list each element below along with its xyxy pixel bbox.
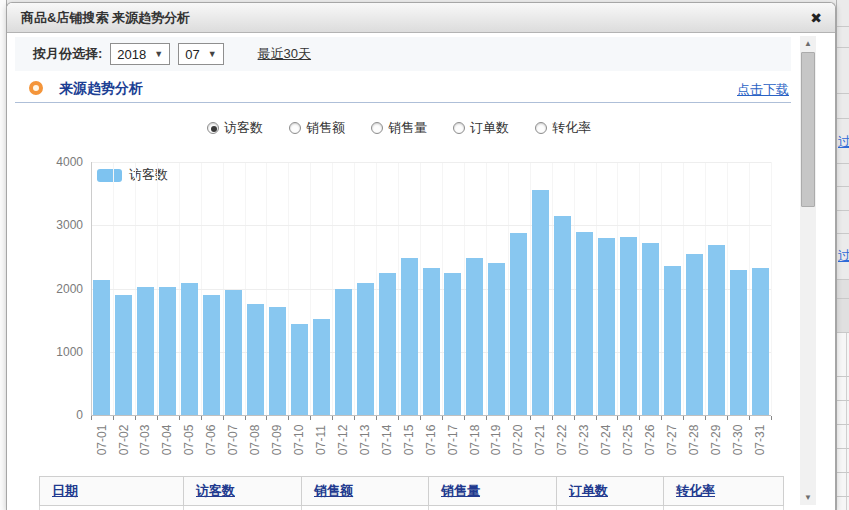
metric-radio-label: 订单数	[470, 119, 509, 137]
table-header-link[interactable]: 转化率	[676, 483, 715, 498]
bar-07-12[interactable]	[335, 289, 352, 416]
bar-07-10[interactable]	[291, 324, 308, 415]
scrollbar-thumb[interactable]	[801, 52, 815, 207]
background-grid-hline	[837, 93, 849, 94]
scroll-down-icon[interactable]: ▼	[800, 490, 816, 505]
bar-07-03[interactable]	[137, 287, 154, 415]
bar-07-11[interactable]	[313, 319, 330, 415]
x-axis-tick	[661, 416, 662, 420]
bar-07-20[interactable]	[510, 233, 527, 415]
x-axis-tick-text: 07-21	[534, 425, 548, 456]
chart-gridline	[91, 289, 771, 290]
y-axis-tick-label: 4000	[43, 155, 83, 169]
x-axis-tick-text: 07-29	[709, 425, 723, 456]
table-header-link[interactable]: 日期	[52, 483, 78, 498]
x-axis-tick	[245, 416, 246, 420]
chart-legend[interactable]: 访客数	[97, 166, 168, 184]
background-link-fragment: 过	[838, 247, 849, 265]
x-axis-tick	[727, 416, 728, 420]
vertical-scrollbar[interactable]: ▲ ▼	[800, 36, 816, 505]
bar-07-23[interactable]	[576, 232, 593, 415]
radio-selected-icon[interactable]	[207, 122, 219, 134]
chart-split-line	[486, 162, 487, 415]
table-header-link[interactable]: 订单数	[569, 483, 608, 498]
metric-radio-4[interactable]: 转化率	[535, 119, 591, 137]
x-axis-tick	[552, 416, 553, 420]
download-link[interactable]: 点击下载	[737, 81, 789, 99]
bar-07-08[interactable]	[247, 304, 264, 415]
background-grid-hline	[837, 233, 849, 234]
bar-07-14[interactable]	[379, 273, 396, 415]
bar-07-06[interactable]	[203, 295, 220, 415]
x-axis-tick	[310, 416, 311, 420]
close-icon[interactable]: ✖	[807, 9, 825, 27]
bar-07-21[interactable]	[532, 190, 549, 415]
table-header-link[interactable]: 销售额	[314, 483, 353, 498]
chart-gridline	[91, 162, 771, 163]
section-header: 来源趋势分析 点击下载	[15, 77, 791, 103]
month-select-value: 07	[185, 47, 199, 62]
x-axis-tick	[530, 416, 531, 420]
bar-07-04[interactable]	[159, 287, 176, 415]
bar-07-09[interactable]	[269, 307, 286, 415]
recent-30-days-link[interactable]: 最近30天	[258, 45, 311, 63]
x-axis-tick-label: 07-23	[565, 420, 605, 460]
bar-07-28[interactable]	[686, 254, 703, 415]
scroll-up-icon[interactable]: ▲	[800, 36, 816, 51]
x-axis-tick	[486, 416, 487, 420]
x-axis-tick	[442, 416, 443, 420]
x-axis-tick-text: 07-09	[270, 425, 284, 456]
metric-radio-1[interactable]: 销售额	[289, 119, 345, 137]
x-axis-tick	[596, 416, 597, 420]
radio-unselected-icon[interactable]	[453, 122, 465, 134]
bar-07-17[interactable]	[444, 273, 461, 415]
chart-split-line	[464, 162, 465, 415]
bar-07-05[interactable]	[181, 283, 198, 415]
bar-07-13[interactable]	[357, 283, 374, 415]
bar-07-25[interactable]	[620, 237, 637, 415]
bar-07-31[interactable]	[752, 268, 769, 415]
bar-07-27[interactable]	[664, 266, 681, 415]
bar-07-01[interactable]	[93, 280, 110, 415]
chevron-down-icon: ▼	[154, 49, 163, 59]
background-page-right-edge: 过 过	[836, 0, 849, 510]
bar-07-15[interactable]	[401, 258, 418, 415]
metric-radio-2[interactable]: 销售量	[371, 119, 427, 137]
chart-split-line	[245, 162, 246, 415]
bar-07-02[interactable]	[115, 295, 132, 415]
bar-07-19[interactable]	[488, 263, 505, 415]
x-axis-tick-text: 07-11	[314, 425, 328, 455]
bar-07-07[interactable]	[225, 290, 242, 415]
x-axis-tick-text: 07-22	[556, 425, 570, 456]
metric-radio-0[interactable]: 访客数	[207, 119, 263, 137]
radio-unselected-icon[interactable]	[289, 122, 301, 134]
bar-07-30[interactable]	[730, 270, 747, 415]
bar-07-29[interactable]	[708, 245, 725, 415]
dialog-titlebar[interactable]: 商品&店铺搜索 来源趋势分析 ✖	[7, 3, 835, 33]
metric-radio-3[interactable]: 订单数	[453, 119, 509, 137]
bar-07-22[interactable]	[554, 216, 571, 415]
table-header-link[interactable]: 销售量	[441, 483, 480, 498]
table-header-link[interactable]: 访客数	[196, 483, 235, 498]
bar-07-16[interactable]	[423, 268, 440, 415]
chart-split-line	[223, 162, 224, 415]
background-grid-hline	[837, 298, 849, 299]
orange-ring-icon	[29, 81, 43, 95]
x-axis-tick	[705, 416, 706, 420]
bar-07-26[interactable]	[642, 243, 659, 415]
background-row-band	[837, 279, 849, 332]
table-header-1: 访客数	[184, 477, 302, 506]
bar-07-18[interactable]	[466, 258, 483, 415]
x-axis-tick	[223, 416, 224, 420]
bar-07-24[interactable]	[598, 238, 615, 415]
x-axis-tick-label: 07-13	[345, 420, 385, 460]
x-axis-tick-label: 07-14	[367, 420, 407, 460]
year-select[interactable]: 2018 ▼	[110, 43, 170, 65]
radio-unselected-icon[interactable]	[371, 122, 383, 134]
x-axis-tick	[508, 416, 509, 420]
x-axis-tick-text: 07-20	[512, 425, 526, 456]
chart-split-line	[442, 162, 443, 415]
radio-unselected-icon[interactable]	[535, 122, 547, 134]
month-select[interactable]: 07 ▼	[178, 43, 223, 65]
x-axis-tick-label: 07-07	[214, 420, 254, 460]
